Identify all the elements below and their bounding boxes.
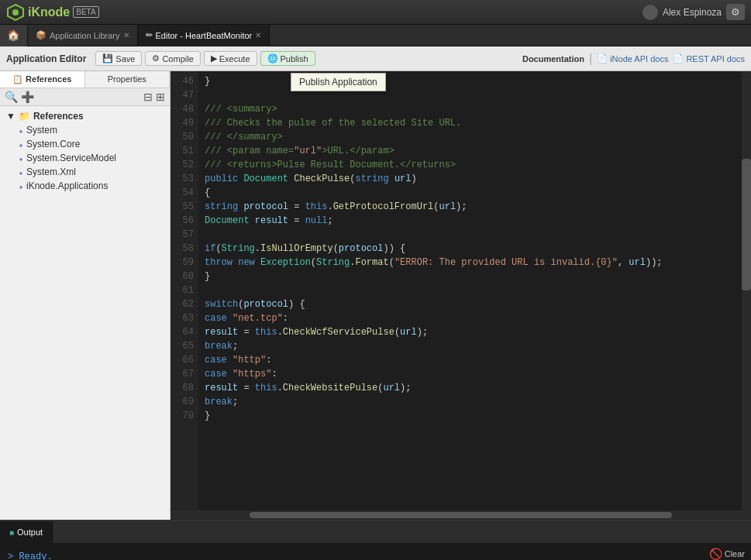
save-button[interactable]: 💾 Save — [95, 51, 142, 66]
reference-icon: ⬥ — [19, 168, 23, 177]
collapse-all-button[interactable]: ⊟ — [143, 91, 153, 103]
toolbar-title: Application Editor — [6, 53, 86, 64]
titlebar: iKnode BETA Alex Espinoza ⚙ — [0, 0, 751, 25]
app-library-tab-icon: 📦 — [36, 30, 47, 40]
toolbar: Application Editor 💾 Save ⚙ Compile ▶ Ex… — [0, 46, 751, 71]
sidebar-tabs: 📋 References Properties — [0, 71, 170, 88]
app-library-tab[interactable]: 📦 Application Library ✕ — [28, 25, 138, 46]
clear-button[interactable]: 🚫 Clear — [709, 548, 745, 560]
inode-api-label: iNode API docs — [610, 54, 668, 64]
output-line: > Ready. — [8, 549, 743, 560]
documentation-label: Documentation — [522, 54, 584, 64]
list-item[interactable]: ⬥ System.ServiceModel — [0, 151, 170, 165]
list-item[interactable]: ⬥ System.Xml — [0, 165, 170, 179]
save-label: Save — [115, 54, 135, 64]
reference-icon: ⬥ — [19, 182, 23, 191]
output-tab-icon: ■ — [9, 528, 14, 537]
system-servicemodel-ref-label: System.ServiceModel — [26, 153, 116, 163]
compile-button[interactable]: ⚙ Compile — [145, 51, 200, 66]
properties-tab[interactable]: Properties — [85, 71, 171, 88]
code-editor[interactable]: } /// <summary> /// Checks the pulse of … — [198, 71, 742, 510]
code-container[interactable]: 4647484950 5152535455 5657585960 6162636… — [171, 71, 751, 510]
publish-icon: 🌐 — [267, 53, 278, 64]
sidebar-toolbar: 🔍 ➕ ⊟ ⊞ — [0, 88, 170, 106]
expand-all-button[interactable]: ⊞ — [156, 91, 165, 103]
horizontal-scrollbar[interactable] — [171, 510, 751, 520]
output-tabs: ■ Output — [0, 521, 751, 543]
tabbar: 🏠 📦 Application Library ✕ ✏ Editor - Hea… — [0, 25, 751, 46]
logo: iKnode BETA — [6, 3, 99, 22]
publish-tooltip: Publish Application — [291, 73, 386, 91]
app-library-tab-label: Application Library — [50, 31, 120, 40]
home-tab[interactable]: 🏠 — [0, 25, 28, 46]
reference-icon: ⬥ — [19, 140, 23, 149]
rest-api-docs-button[interactable]: 📄 REST API docs — [673, 53, 745, 64]
toolbar-right: Documentation | 📄 iNode API docs 📄 REST … — [522, 52, 745, 66]
rest-api-label: REST API docs — [686, 54, 745, 64]
username: Alex Espinoza — [663, 7, 722, 18]
svg-point-1 — [12, 9, 19, 15]
line-numbers: 4647484950 5152535455 5657585960 6162636… — [171, 71, 198, 510]
search-button[interactable]: 🔍 — [5, 91, 18, 103]
app-library-close-icon[interactable]: ✕ — [123, 31, 129, 40]
system-xml-ref-label: System.Xml — [26, 167, 76, 177]
iKnode-ref-label: iKnode.Applications — [26, 180, 108, 191]
list-item[interactable]: ⬥ iKnode.Applications — [0, 179, 170, 193]
output-tab[interactable]: ■ Output — [0, 521, 53, 543]
titlebar-left: iKnode BETA — [6, 3, 99, 22]
clear-label: Clear — [725, 549, 745, 558]
editor-tab[interactable]: ✏ Editor - HeartBeatMonitor ✕ — [138, 25, 270, 46]
tree-area: ▼ 📁 References ⬥ System ⬥ System.Core ⬥ … — [0, 106, 170, 520]
logo-text: iKnode — [28, 5, 70, 19]
reference-icon: ⬥ — [19, 126, 23, 135]
editor-area: Publish Application 4647484950 515253545… — [171, 71, 751, 520]
tree-expand-icon: ▼ — [6, 111, 16, 122]
list-item[interactable]: ⬥ System — [0, 123, 170, 137]
execute-label: Execute — [219, 54, 250, 64]
compile-label: Compile — [162, 54, 193, 64]
api-docs-icon: 📄 — [597, 53, 608, 64]
folder-icon: 📁 — [19, 111, 30, 122]
clear-icon: 🚫 — [709, 548, 722, 560]
execute-button[interactable]: ▶ Execute — [204, 51, 257, 66]
editor-tab-label: Editor - HeartBeatMonitor — [156, 31, 253, 40]
execute-icon: ▶ — [211, 53, 217, 64]
system-ref-label: System — [26, 125, 57, 136]
references-tab-label: References — [26, 74, 71, 84]
main-area: 📋 References Properties 🔍 ➕ ⊟ ⊞ ▼ 📁 Refe… — [0, 71, 751, 520]
output-panel: ■ Output > Ready. > Application publicat… — [0, 520, 751, 560]
sidebar: 📋 References Properties 🔍 ➕ ⊟ ⊞ ▼ 📁 Refe… — [0, 71, 171, 520]
references-root-label: References — [33, 111, 84, 122]
add-reference-button[interactable]: ➕ — [21, 91, 34, 103]
save-icon: 💾 — [102, 53, 113, 64]
reference-icon: ⬥ — [19, 154, 23, 163]
references-tab-icon: 📋 — [12, 74, 23, 84]
scrollbar-thumb — [742, 159, 751, 290]
toolbar-sep: | — [589, 52, 592, 66]
titlebar-right: Alex Espinoza ⚙ — [642, 4, 745, 20]
logo-icon — [6, 3, 25, 22]
list-item[interactable]: ⬥ System.Core — [0, 137, 170, 151]
settings-button[interactable]: ⚙ — [726, 4, 745, 20]
editor-close-icon[interactable]: ✕ — [255, 31, 261, 40]
output-content: > Ready. > Application publication start… — [0, 543, 751, 560]
publish-label: Publish — [281, 54, 308, 64]
hscrollbar-thumb — [250, 512, 672, 518]
beta-badge: BETA — [73, 6, 98, 18]
system-core-ref-label: System.Core — [26, 139, 80, 149]
properties-tab-label: Properties — [108, 74, 146, 84]
compile-icon: ⚙ — [152, 53, 160, 64]
avatar — [642, 5, 658, 20]
rest-docs-icon: 📄 — [673, 53, 684, 64]
editor-tab-icon: ✏ — [146, 30, 153, 40]
references-tab[interactable]: 📋 References — [0, 71, 85, 88]
output-tab-label: Output — [17, 527, 43, 537]
vertical-scrollbar[interactable] — [742, 71, 751, 510]
inode-api-docs-button[interactable]: 📄 iNode API docs — [597, 53, 668, 64]
publish-button[interactable]: 🌐 Publish — [260, 51, 315, 66]
references-root[interactable]: ▼ 📁 References — [0, 109, 170, 123]
